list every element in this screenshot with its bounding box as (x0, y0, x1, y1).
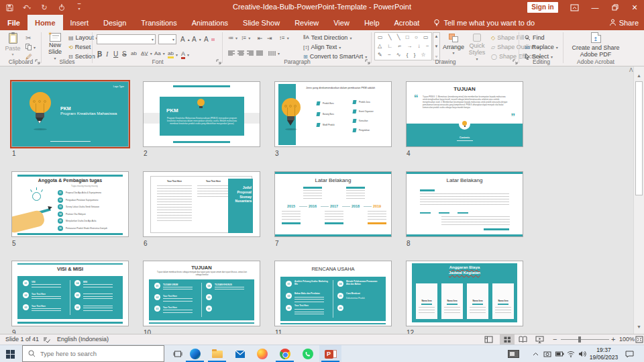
slide-thumbnail-2[interactable]: PKM Program Kreativitas Mahasiswa Kewira… (143, 81, 260, 147)
spellcheck-icon[interactable] (43, 336, 50, 345)
minimize-button[interactable]: — (585, 0, 605, 15)
slide-thumbnail-9[interactable]: VISI & MISI 01 VISI 02 Your Text Here 03… (11, 261, 129, 326)
italic-icon[interactable]: I (106, 50, 108, 58)
slide-thumbnail-6[interactable]: Your Text Here Your Text Here Judul Prop… (143, 171, 260, 237)
collapse-ribbon-chevron-icon[interactable]: ᐱ (629, 67, 633, 73)
tab-file[interactable]: File (0, 15, 28, 30)
tab-slide-show[interactable]: Slide Show (235, 15, 287, 30)
tab-design[interactable]: Design (96, 15, 133, 30)
bold-icon[interactable]: B (97, 50, 102, 58)
change-case-icon[interactable]: Aa▾ (154, 50, 165, 56)
increase-font-size-icon[interactable]: A▲ (180, 36, 191, 43)
slide-thumbnail-1[interactable]: Logo Type PKM Program Kreativitas Mahasi… (11, 81, 129, 147)
action-center-icon[interactable] (623, 345, 636, 362)
align-center-icon[interactable] (237, 50, 245, 56)
zoom-slider-track[interactable] (561, 339, 609, 340)
slide-thumbnail-12[interactable]: Anggaran Biaya Jadwal Kegiatan Nama Item… (406, 261, 523, 326)
align-text-button[interactable]: [↕]Align Text▾ (303, 44, 341, 50)
vertical-scrollbar[interactable]: ▲ ▼ (633, 66, 644, 334)
slide-thumbnail-8[interactable]: Latar Belakang (406, 171, 523, 237)
tray-display-icon[interactable] (542, 345, 553, 362)
zoom-percentage[interactable]: 100% (619, 336, 635, 343)
bullets-icon[interactable]: ≔▾ (228, 35, 237, 41)
reading-view-button[interactable] (519, 336, 527, 345)
normal-view-button[interactable] (484, 336, 493, 345)
zoom-slider-thumb[interactable] (578, 336, 581, 343)
numbering-icon[interactable]: ⁝≡▾ (241, 35, 250, 41)
copy-icon[interactable]: ▾ (25, 44, 36, 50)
arrange-button[interactable]: Arrange ▾ (443, 34, 464, 55)
tab-animations[interactable]: Animations (184, 15, 235, 30)
clipboard-dialog-launcher[interactable] (35, 59, 40, 64)
tray-app-window-icon[interactable] (504, 345, 522, 362)
scroll-up-arrow[interactable]: ▲ (637, 73, 641, 78)
highlight-color-icon[interactable]: ab▾ (168, 50, 178, 58)
slide-sorter-view-button[interactable] (500, 334, 515, 345)
taskbar-firefox[interactable] (251, 345, 273, 362)
start-button[interactable] (0, 345, 20, 362)
line-spacing-icon[interactable]: ↕≡▾ (279, 35, 289, 41)
language-indicator[interactable]: English (Indonesia) (57, 336, 109, 343)
tab-view[interactable]: View (326, 15, 357, 30)
strikethrough-icon[interactable]: S (122, 50, 127, 58)
tab-acrobat[interactable]: Acrobat (387, 15, 427, 30)
slide-thumbnail-11[interactable]: RENCANA USAHA 01 Analisis Peluang Usaha:… (274, 261, 392, 326)
taskbar-search[interactable] (22, 345, 164, 362)
slide-thumbnail-3[interactable]: Jenis yang direkomendasikan dalam pembua… (274, 81, 392, 147)
taskbar-whatsapp[interactable] (297, 345, 319, 362)
wifi-icon[interactable] (566, 345, 576, 362)
slide-thumbnail-4[interactable]: TUJUAN “ Tujuan PKM-K: 1. Memotivasi (me… (406, 81, 523, 147)
cut-icon[interactable]: ✂ (25, 34, 31, 42)
reset-button[interactable]: ⟲Reset (68, 44, 91, 50)
tab-review[interactable]: Review (287, 15, 326, 30)
search-input[interactable] (40, 350, 148, 357)
drawing-dialog-launcher[interactable] (513, 59, 518, 64)
find-button[interactable]: Find (525, 34, 545, 41)
slide-thumbnail-5[interactable]: Anggota & Pembagian tugas Tugas masing m… (11, 171, 129, 237)
scrollbar-thumb[interactable] (635, 81, 643, 195)
sign-in-button[interactable]: Sign in (527, 2, 558, 13)
font-name-combo[interactable]: ▾ (97, 34, 156, 44)
taskbar-mail[interactable] (229, 345, 251, 362)
text-direction-button[interactable]: ⦀AText Direction▾ (303, 34, 352, 41)
shapes-gallery[interactable]: ▭ ╲ ╲ □ ○ ▭ △ ∟ ⌐ → ↓ ~ ✎ ~ ∿ { } ☆ (374, 32, 432, 60)
font-size-combo[interactable]: ▾ (158, 34, 176, 44)
align-left-icon[interactable] (228, 50, 235, 56)
create-share-pdf-button[interactable]: ↥ Create and Share Adobe PDF (566, 32, 625, 58)
tab-insert[interactable]: Insert (63, 15, 97, 30)
tell-me-box[interactable]: Tell me what you want to do (427, 15, 541, 30)
ribbon-display-options-icon[interactable] (567, 0, 582, 15)
paragraph-dialog-launcher[interactable] (365, 59, 370, 64)
show-hidden-icons-chevron[interactable] (530, 345, 541, 362)
decrease-indent-icon[interactable]: ⇤ (258, 35, 263, 42)
slideshow-view-button[interactable] (535, 336, 544, 345)
taskbar-edge[interactable] (184, 345, 206, 362)
taskbar-clock[interactable]: 19:37 19/06/2023 (586, 347, 621, 361)
replace-button[interactable]: abReplace▾ (525, 44, 558, 50)
taskbar-chrome[interactable] (274, 345, 296, 362)
quick-styles-button[interactable]: Quick Styles ▾ (466, 34, 488, 61)
tab-transitions[interactable]: Transitions (133, 15, 184, 30)
new-slide-button[interactable]: ✶ New Slide ▾ (44, 33, 66, 60)
restore-button[interactable] (605, 0, 625, 15)
columns-icon[interactable]: ▾ (268, 50, 280, 56)
paste-button[interactable]: Paste ▾ (3, 33, 22, 56)
character-spacing-icon[interactable]: A̲V̲▾ (141, 50, 152, 56)
close-button[interactable]: × (625, 0, 644, 15)
text-shadow-icon[interactable]: ab (131, 50, 137, 56)
fit-to-window-button[interactable] (635, 336, 643, 345)
tab-help[interactable]: Help (357, 15, 387, 30)
justify-icon[interactable] (256, 50, 264, 56)
zoom-in-button[interactable]: + (611, 335, 615, 343)
taskbar-powerpoint[interactable]: P (319, 345, 341, 362)
clear-formatting-icon[interactable]: A (204, 36, 215, 43)
decrease-font-size-icon[interactable]: A▼ (192, 36, 202, 43)
taskbar-file-explorer[interactable] (206, 345, 228, 362)
battery-icon[interactable] (554, 345, 565, 362)
shapes-gallery-scroll[interactable]: ▲▼▿ (433, 32, 440, 60)
align-right-icon[interactable] (247, 50, 254, 56)
scroll-down-arrow[interactable]: ▼ (637, 324, 641, 329)
zoom-out-button[interactable]: − (553, 335, 557, 343)
share-button[interactable]: Share (609, 15, 639, 30)
slide-thumbnail-7[interactable]: Latar Belakang 2015 2016 2017 2018 2019 (274, 171, 392, 237)
